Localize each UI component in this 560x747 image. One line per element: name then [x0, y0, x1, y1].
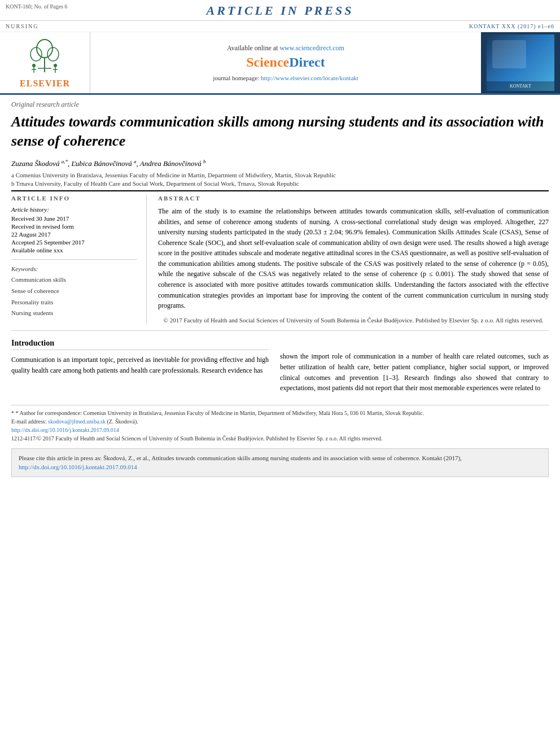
- journal-cover-image: KONTAKT: [481, 32, 560, 93]
- footnote-email: E-mail address: skodova@jfmed.uniba.sk (…: [11, 417, 549, 426]
- sciencedirect-logo: ScienceDirect: [246, 55, 325, 70]
- abstract-copyright: © 2017 Faculty of Health and Social Scie…: [158, 316, 549, 325]
- citation-doi-link[interactable]: http://dx.doi.org/10.1016/j.kontakt.2017…: [19, 464, 137, 470]
- introduction-left: Introduction Communication is an importa…: [11, 339, 269, 393]
- footnote-doi: http://dx.doi.org/10.1016/j.kontakt.2017…: [11, 426, 549, 434]
- divider-keywords: [11, 259, 137, 260]
- article-info-abstract-row: ARTICLE INFO Article history: Received 3…: [11, 195, 549, 325]
- footnote-issn: 1212-4117/© 2017 Faculty of Health and S…: [11, 434, 549, 443]
- citation-box: Please cite this article in press as: Šk…: [11, 448, 549, 477]
- keywords-section: Keywords: Communication skills Sense of …: [11, 265, 137, 319]
- keywords-label: Keywords:: [11, 265, 137, 272]
- svg-point-2: [47, 47, 59, 61]
- footnote-email-link[interactable]: skodova@jfmed.uniba.sk: [48, 418, 106, 425]
- accepted-date: Accepted 25 September 2017: [11, 239, 137, 246]
- introduction-section: Introduction Communication is an importa…: [11, 339, 549, 393]
- affiliation-a: a Comenius University in Bratislava, Jes…: [11, 172, 549, 178]
- article-info-header: ARTICLE INFO: [11, 195, 137, 202]
- footnote-doi-link[interactable]: http://dx.doi.org/10.1016/j.kontakt.2017…: [11, 427, 119, 433]
- divider-after-abstract: [11, 330, 549, 331]
- abstract-col: ABSTRACT The aim of the study is to exam…: [158, 195, 549, 325]
- journal-homepage: journal homepage: http://www.elsevier.co…: [213, 75, 358, 81]
- received-revised-date: 22 August 2017: [11, 231, 137, 238]
- introduction-right-text: shown the import role of communication i…: [280, 351, 549, 393]
- author-andrea: Andrea Bánovčinová: [140, 159, 202, 168]
- article-info-col: ARTICLE INFO Article history: Received 3…: [11, 195, 147, 325]
- citation-prefix: Please cite this article in press as: Šk…: [19, 455, 462, 461]
- svg-point-5: [32, 64, 36, 67]
- elsevier-wordmark: ELSEVIER: [20, 78, 70, 89]
- elsevier-logo-block: ELSEVIER: [0, 32, 90, 93]
- journal-header: NURSING KONTAKT XXX (2017) e1–e6: [0, 21, 560, 32]
- author-zuzana: Zuzana Škodová: [11, 159, 60, 168]
- abstract-text: The aim of the study is to examine the r…: [158, 206, 549, 311]
- logo-strip: ELSEVIER Available online at www.science…: [0, 32, 560, 95]
- footnote-star: * * Author for correspondence: Comenius …: [11, 409, 549, 417]
- received-revised-label: Received in revised form: [11, 223, 137, 230]
- journal-homepage-url[interactable]: http://www.elsevier.com/locate/kontakt: [261, 75, 358, 81]
- center-info: Available online at www.sciencedirect.co…: [90, 32, 481, 93]
- banner-title: ARTICLE IN PRESS: [0, 3, 560, 18]
- footnote-area: * * Author for correspondence: Comenius …: [11, 405, 549, 443]
- affiliation-b: b Trnava University, Faculty of Health C…: [11, 180, 549, 187]
- introduction-title: Introduction: [11, 339, 269, 350]
- received-1: Received 30 June 2017: [11, 215, 137, 222]
- keyword-4: Nursing students: [11, 308, 137, 319]
- elsevier-tree-icon: [23, 37, 68, 76]
- history-label: Article history:: [11, 206, 137, 213]
- keyword-2: Sense of coherence: [11, 286, 137, 297]
- introduction-right: shown the import role of communication i…: [280, 339, 549, 393]
- abstract-header: ABSTRACT: [158, 195, 549, 202]
- main-content: Original research article Attitudes towa…: [0, 95, 560, 483]
- divider-after-affiliations: [11, 190, 549, 191]
- available-text: Available online at www.sciencedirect.co…: [227, 44, 344, 53]
- article-title: Attitudes towards communication skills a…: [11, 112, 549, 151]
- available-online: Available online xxx: [11, 247, 137, 254]
- article-in-press-banner: KONT-160; No. of Pages 6 ARTICLE IN PRES…: [0, 0, 560, 21]
- doc-id: KONT-160; No. of Pages 6: [6, 3, 67, 10]
- introduction-left-text: Communication is an important topic, per…: [11, 355, 269, 375]
- svg-point-8: [54, 64, 57, 67]
- svg-point-1: [30, 47, 42, 61]
- author-lubica: Ľubica Bánovčinová: [72, 159, 132, 168]
- keyword-3: Personality traits: [11, 297, 137, 308]
- sciencedirect-url[interactable]: www.sciencedirect.com: [279, 44, 344, 52]
- article-history: Article history: Received 30 June 2017 R…: [11, 206, 137, 254]
- nursing-label: NURSING: [6, 23, 38, 29]
- kontakt-ref: KONTAKT XXX (2017) e1–e6: [469, 23, 554, 29]
- article-type: Original research article: [11, 101, 549, 109]
- keywords-list: Communication skills Sense of coherence …: [11, 274, 137, 319]
- authors-line: Zuzana Škodová a,*, Ľubica Bánovčinová a…: [11, 159, 549, 168]
- keyword-1: Communication skills: [11, 274, 137, 286]
